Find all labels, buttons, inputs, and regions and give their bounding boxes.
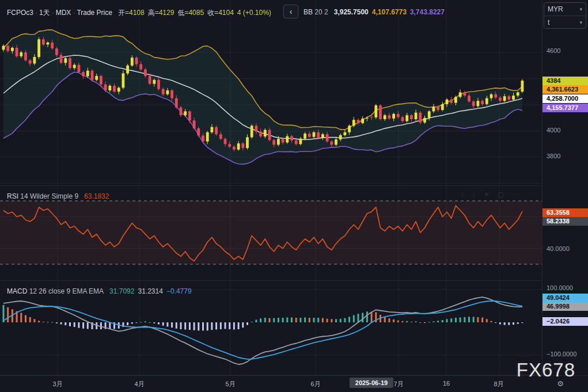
interval-label: 1天 (39, 9, 50, 17)
close-label: 收= (207, 9, 218, 17)
axis-tick-label: 3800 (547, 153, 560, 159)
macd-hist-value: 31.7092 (109, 287, 134, 295)
change-value: 4 (+0.10%) (237, 9, 271, 17)
bb-basis-value: 3,925.7500 (334, 8, 369, 16)
exchange-label: MDX (56, 9, 71, 17)
unit-value: t (548, 16, 549, 28)
axis-tick-label: 4600 (547, 47, 560, 54)
legend-collapse-button[interactable]: ‹ (283, 5, 298, 18)
axis-value-badge: 4384 (543, 77, 588, 85)
open-label: 开= (118, 9, 129, 17)
macd-panel[interactable]: MACD 12 26 close 9 EMA EMA31.709231.2314… (0, 281, 542, 375)
chevron-down-icon: ▾ (579, 16, 582, 28)
axis-value-badge: 4,155.7377 (543, 104, 588, 112)
price-axis-scale[interactable]: 46004000380043844,361.66234,258.70004,15… (542, 0, 588, 375)
macd-name: MACD (7, 287, 27, 295)
axis-tick-label: 100.0000 (547, 284, 573, 291)
macd-params: 12 26 close 9 EMA EMA (29, 287, 104, 295)
bb-upper-value: 4,107.6773 (372, 8, 407, 16)
symbol-legend: FCPOc3·1天·MDX·Trade Price开=4108高=4129低=4… (7, 8, 271, 18)
time-axis-label: 4月 (134, 380, 144, 389)
time-axis-scale[interactable]: 2025-06-19 ⚙ 3月4月5月6月7月168月 (0, 375, 588, 392)
trading-chart-app: FCPOc3·1天·MDX·Trade Price开=4108高=4129低=4… (0, 0, 588, 392)
close-value: 4104 (218, 9, 234, 17)
time-axis-label: 6月 (310, 380, 320, 389)
macd-legend: MACD 12 26 close 9 EMA EMA31.709231.2314… (7, 287, 192, 295)
time-axis-label: 5月 (225, 380, 235, 389)
bb-params: 20 2 (314, 8, 328, 16)
macd-signal-value: −0.4779 (166, 287, 192, 295)
rsi-name: RSI (7, 192, 18, 200)
pane-hover-toolbar-icons[interactable]: ↑↓✕▢⋯ (461, 191, 527, 199)
axis-tick-label: −100.0000 (547, 351, 576, 357)
price-panel[interactable]: FCPOc3·1天·MDX·Trade Price开=4108高=4129低=4… (0, 0, 542, 186)
bollinger-legend: BB 20 23,925.75004,107.67733,743.8227 (304, 8, 445, 16)
symbol-name: FCPOc3 (7, 9, 33, 17)
time-axis-label: 8月 (494, 380, 503, 389)
axis-tick-label: 4000 (547, 127, 560, 134)
axis-value-badge: −2.0426 (543, 317, 588, 326)
axis-tick-label: 40.0000 (547, 245, 570, 252)
time-axis-label: 7月 (393, 380, 403, 389)
axis-value-badge: 4,258.7000 (543, 94, 588, 103)
bb-name: BB (304, 8, 313, 16)
bb-lower-value: 3,743.8227 (410, 8, 445, 16)
rsi-panel[interactable]: RSI 14 Wilder Simple 963.1832 ↑↓✕▢⋯ (0, 186, 542, 281)
axis-value-badge: 63.3558 (543, 208, 588, 217)
rsi-legend: RSI 14 Wilder Simple 963.1832 (7, 192, 109, 200)
time-axis-label: 16 (443, 380, 450, 387)
axis-value-badge: 58.2338 (543, 217, 588, 226)
low-value: 4085 (188, 9, 204, 17)
axis-value-badge: 4,361.6623 (543, 85, 588, 94)
time-axis-label: 3月 (52, 380, 62, 389)
unit-dropdown[interactable]: t ▾ (544, 16, 586, 28)
high-label: 高= (148, 9, 159, 17)
macd-line-value: 31.2314 (138, 287, 162, 295)
brand-watermark: FX678 (517, 359, 575, 381)
high-value: 4129 (159, 9, 174, 17)
chevron-down-icon: ▾ (579, 3, 582, 16)
candlestick-chart-canvas[interactable] (0, 0, 542, 186)
currency-dropdown[interactable]: MYR ▾ (544, 3, 586, 16)
axis-value-badge: 46.9998 (543, 302, 588, 311)
crosshair-date-badge: 2025-06-19 (350, 378, 393, 388)
currency-value: MYR (548, 3, 563, 16)
rsi-params: 14 Wilder Simple 9 (20, 192, 78, 200)
rsi-value: 63.1832 (84, 192, 109, 200)
axis-value-badge: 49.0424 (543, 294, 588, 302)
open-value: 4108 (129, 9, 145, 17)
series-type-label: Trade Price (77, 9, 112, 17)
low-label: 低= (177, 9, 188, 17)
currency-unit-switch: MYR ▾ t ▾ (544, 2, 586, 29)
